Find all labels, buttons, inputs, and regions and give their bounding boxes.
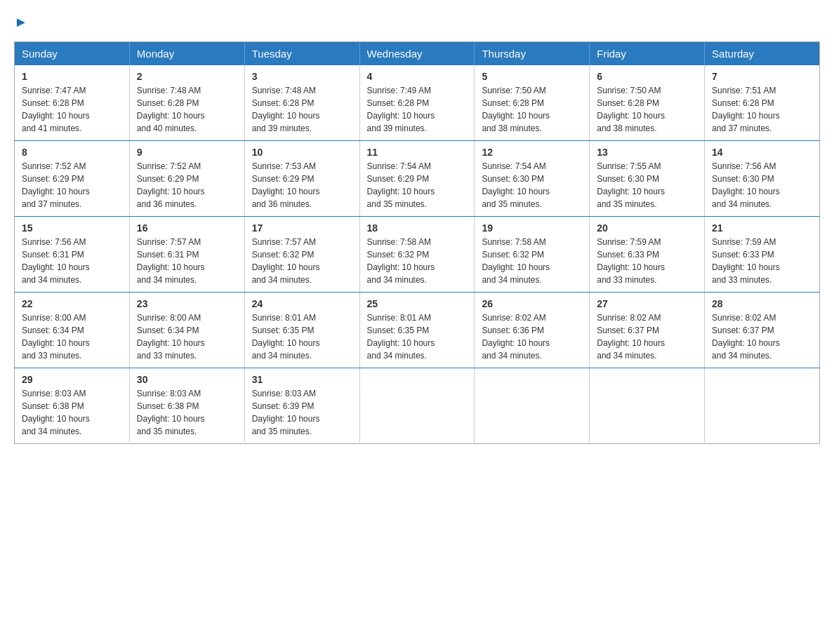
calendar-cell: 21 Sunrise: 7:59 AM Sunset: 6:33 PM Dayl… — [705, 217, 820, 293]
day-number: 12 — [482, 147, 582, 158]
calendar-cell: 13 Sunrise: 7:55 AM Sunset: 6:30 PM Dayl… — [590, 141, 705, 217]
calendar-cell: 1 Sunrise: 7:47 AM Sunset: 6:28 PM Dayli… — [15, 65, 130, 141]
day-number: 26 — [482, 298, 582, 309]
calendar-cell: 22 Sunrise: 8:00 AM Sunset: 6:34 PM Dayl… — [15, 293, 130, 368]
calendar-cell: 7 Sunrise: 7:51 AM Sunset: 6:28 PM Dayli… — [705, 65, 820, 141]
day-info: Sunrise: 7:58 AM Sunset: 6:32 PM Dayligh… — [367, 236, 468, 286]
calendar-cell: 23 Sunrise: 8:00 AM Sunset: 6:34 PM Dayl… — [129, 293, 244, 368]
day-info: Sunrise: 8:00 AM Sunset: 6:34 PM Dayligh… — [22, 311, 122, 362]
day-number: 25 — [367, 298, 468, 309]
day-number: 28 — [712, 298, 812, 309]
day-number: 4 — [367, 71, 468, 82]
logo: ► — [14, 14, 28, 30]
calendar-cell — [590, 368, 705, 444]
day-number: 24 — [252, 298, 352, 309]
day-number: 29 — [22, 374, 122, 385]
calendar-cell: 26 Sunrise: 8:02 AM Sunset: 6:36 PM Dayl… — [475, 293, 590, 368]
calendar-cell: 3 Sunrise: 7:48 AM Sunset: 6:28 PM Dayli… — [244, 65, 359, 141]
day-number: 18 — [367, 222, 468, 234]
day-info: Sunrise: 7:51 AM Sunset: 6:28 PM Dayligh… — [712, 84, 812, 135]
calendar-cell: 24 Sunrise: 8:01 AM Sunset: 6:35 PM Dayl… — [244, 293, 359, 368]
day-info: Sunrise: 8:00 AM Sunset: 6:34 PM Dayligh… — [137, 311, 237, 362]
day-info: Sunrise: 7:48 AM Sunset: 6:28 PM Dayligh… — [252, 84, 352, 135]
day-info: Sunrise: 7:59 AM Sunset: 6:33 PM Dayligh… — [597, 236, 697, 286]
calendar-header-friday: Friday — [590, 42, 705, 66]
calendar-header-sunday: Sunday — [15, 42, 130, 66]
calendar-cell: 27 Sunrise: 8:02 AM Sunset: 6:37 PM Dayl… — [590, 293, 705, 368]
calendar-header-wednesday: Wednesday — [359, 42, 475, 66]
calendar-cell — [705, 368, 820, 444]
calendar-cell: 16 Sunrise: 7:57 AM Sunset: 6:31 PM Dayl… — [129, 217, 244, 293]
calendar-cell: 10 Sunrise: 7:53 AM Sunset: 6:29 PM Dayl… — [244, 141, 359, 217]
day-number: 14 — [712, 147, 812, 158]
day-info: Sunrise: 7:58 AM Sunset: 6:32 PM Dayligh… — [482, 236, 582, 286]
day-info: Sunrise: 7:52 AM Sunset: 6:29 PM Dayligh… — [137, 160, 237, 210]
day-info: Sunrise: 8:03 AM Sunset: 6:38 PM Dayligh… — [137, 387, 237, 438]
day-number: 10 — [252, 147, 352, 158]
calendar-cell: 25 Sunrise: 8:01 AM Sunset: 6:35 PM Dayl… — [359, 293, 475, 368]
day-info: Sunrise: 7:57 AM Sunset: 6:32 PM Dayligh… — [252, 236, 352, 286]
calendar-cell: 5 Sunrise: 7:50 AM Sunset: 6:28 PM Dayli… — [475, 65, 590, 141]
calendar-cell: 4 Sunrise: 7:49 AM Sunset: 6:28 PM Dayli… — [359, 65, 475, 141]
calendar-cell: 15 Sunrise: 7:56 AM Sunset: 6:31 PM Dayl… — [15, 217, 130, 293]
calendar-cell — [359, 368, 475, 444]
calendar-cell: 14 Sunrise: 7:56 AM Sunset: 6:30 PM Dayl… — [705, 141, 820, 217]
day-info: Sunrise: 7:50 AM Sunset: 6:28 PM Dayligh… — [597, 84, 697, 135]
day-info: Sunrise: 7:48 AM Sunset: 6:28 PM Dayligh… — [137, 84, 237, 135]
calendar-cell: 29 Sunrise: 8:03 AM Sunset: 6:38 PM Dayl… — [15, 368, 130, 444]
day-info: Sunrise: 8:02 AM Sunset: 6:37 PM Dayligh… — [597, 311, 697, 362]
calendar-cell: 11 Sunrise: 7:54 AM Sunset: 6:29 PM Dayl… — [359, 141, 475, 217]
day-info: Sunrise: 8:01 AM Sunset: 6:35 PM Dayligh… — [367, 311, 468, 362]
calendar-header-thursday: Thursday — [475, 42, 590, 66]
day-number: 7 — [712, 71, 812, 82]
calendar-cell: 28 Sunrise: 8:02 AM Sunset: 6:37 PM Dayl… — [705, 293, 820, 368]
day-number: 5 — [482, 71, 582, 82]
day-info: Sunrise: 8:02 AM Sunset: 6:36 PM Dayligh… — [482, 311, 582, 362]
day-number: 16 — [137, 222, 237, 234]
calendar-week-row: 29 Sunrise: 8:03 AM Sunset: 6:38 PM Dayl… — [15, 368, 820, 444]
calendar-cell: 31 Sunrise: 8:03 AM Sunset: 6:39 PM Dayl… — [244, 368, 359, 444]
day-info: Sunrise: 7:52 AM Sunset: 6:29 PM Dayligh… — [22, 160, 122, 210]
day-number: 6 — [597, 71, 697, 82]
calendar-header-tuesday: Tuesday — [244, 42, 359, 66]
calendar-cell: 12 Sunrise: 7:54 AM Sunset: 6:30 PM Dayl… — [475, 141, 590, 217]
day-info: Sunrise: 7:50 AM Sunset: 6:28 PM Dayligh… — [482, 84, 582, 135]
day-info: Sunrise: 8:01 AM Sunset: 6:35 PM Dayligh… — [252, 311, 352, 362]
calendar-cell: 6 Sunrise: 7:50 AM Sunset: 6:28 PM Dayli… — [590, 65, 705, 141]
calendar-cell: 17 Sunrise: 7:57 AM Sunset: 6:32 PM Dayl… — [244, 217, 359, 293]
day-number: 22 — [22, 298, 122, 309]
calendar-header-saturday: Saturday — [705, 42, 820, 66]
day-info: Sunrise: 7:53 AM Sunset: 6:29 PM Dayligh… — [252, 160, 352, 210]
calendar-week-row: 15 Sunrise: 7:56 AM Sunset: 6:31 PM Dayl… — [15, 217, 820, 293]
calendar-header-row: SundayMondayTuesdayWednesdayThursdayFrid… — [15, 42, 820, 66]
day-info: Sunrise: 7:54 AM Sunset: 6:30 PM Dayligh… — [482, 160, 582, 210]
calendar-cell: 9 Sunrise: 7:52 AM Sunset: 6:29 PM Dayli… — [129, 141, 244, 217]
calendar-cell — [475, 368, 590, 444]
day-number: 9 — [137, 147, 237, 158]
day-number: 30 — [137, 374, 237, 385]
logo-arrow-icon: ► — [14, 14, 28, 30]
day-number: 15 — [22, 222, 122, 234]
page-header: ► — [14, 14, 820, 30]
calendar-cell: 8 Sunrise: 7:52 AM Sunset: 6:29 PM Dayli… — [15, 141, 130, 217]
calendar-cell: 30 Sunrise: 8:03 AM Sunset: 6:38 PM Dayl… — [129, 368, 244, 444]
day-number: 31 — [252, 374, 352, 385]
day-info: Sunrise: 7:47 AM Sunset: 6:28 PM Dayligh… — [22, 84, 122, 135]
day-info: Sunrise: 7:56 AM Sunset: 6:30 PM Dayligh… — [712, 160, 812, 210]
day-info: Sunrise: 8:03 AM Sunset: 6:39 PM Dayligh… — [252, 387, 352, 438]
day-number: 20 — [597, 222, 697, 234]
calendar-cell: 18 Sunrise: 7:58 AM Sunset: 6:32 PM Dayl… — [359, 217, 475, 293]
day-info: Sunrise: 7:49 AM Sunset: 6:28 PM Dayligh… — [367, 84, 468, 135]
calendar-cell: 19 Sunrise: 7:58 AM Sunset: 6:32 PM Dayl… — [475, 217, 590, 293]
day-info: Sunrise: 8:02 AM Sunset: 6:37 PM Dayligh… — [712, 311, 812, 362]
day-info: Sunrise: 7:56 AM Sunset: 6:31 PM Dayligh… — [22, 236, 122, 286]
day-number: 19 — [482, 222, 582, 234]
calendar-week-row: 8 Sunrise: 7:52 AM Sunset: 6:29 PM Dayli… — [15, 141, 820, 217]
calendar-week-row: 22 Sunrise: 8:00 AM Sunset: 6:34 PM Dayl… — [15, 293, 820, 368]
day-number: 3 — [252, 71, 352, 82]
calendar-cell: 20 Sunrise: 7:59 AM Sunset: 6:33 PM Dayl… — [590, 217, 705, 293]
day-number: 2 — [137, 71, 237, 82]
calendar-week-row: 1 Sunrise: 7:47 AM Sunset: 6:28 PM Dayli… — [15, 65, 820, 141]
day-number: 27 — [597, 298, 697, 309]
day-info: Sunrise: 7:57 AM Sunset: 6:31 PM Dayligh… — [137, 236, 237, 286]
